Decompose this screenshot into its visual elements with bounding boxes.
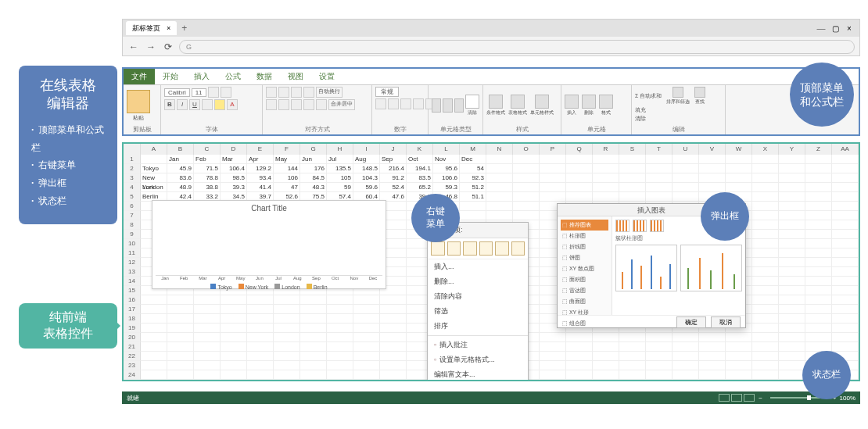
cell[interactable] <box>300 370 327 380</box>
column-header[interactable]: G <box>300 144 327 155</box>
increase-font-icon[interactable] <box>208 87 219 98</box>
cell[interactable] <box>194 361 221 370</box>
row-header[interactable]: 3 <box>124 173 141 183</box>
chart-subtype-icon[interactable] <box>633 220 647 232</box>
row-header[interactable]: 9 <box>124 230 141 239</box>
cell[interactable] <box>380 342 407 352</box>
cell[interactable] <box>673 380 699 381</box>
cell[interactable] <box>513 211 540 220</box>
cell[interactable] <box>540 173 566 183</box>
cell[interactable] <box>407 380 433 381</box>
cell[interactable] <box>699 183 726 192</box>
cell[interactable] <box>327 342 353 352</box>
context-menu-item[interactable]: 排序 <box>428 319 528 334</box>
cell[interactable] <box>274 352 300 361</box>
cell[interactable] <box>300 333 327 342</box>
cell[interactable] <box>832 173 859 183</box>
clear-button[interactable]: 清除 <box>635 115 646 123</box>
cell[interactable] <box>752 277 779 286</box>
cell[interactable] <box>540 183 566 192</box>
cell[interactable]: Nov <box>433 155 460 164</box>
cell[interactable] <box>619 173 646 183</box>
cell[interactable] <box>752 248 779 258</box>
cell[interactable] <box>141 333 167 342</box>
format-cells-button[interactable]: 格式 <box>599 95 613 116</box>
cell[interactable] <box>194 295 221 305</box>
cell[interactable] <box>752 305 779 314</box>
cell[interactable]: 148.5 <box>353 164 380 173</box>
cell[interactable]: 106.6 <box>433 173 460 183</box>
cell[interactable] <box>832 314 859 324</box>
cell[interactable] <box>832 211 859 220</box>
cell[interactable] <box>832 239 859 248</box>
cell[interactable] <box>752 314 779 324</box>
window-close-icon[interactable]: × <box>842 24 856 33</box>
cell[interactable] <box>646 183 673 192</box>
cell[interactable]: Feb <box>194 155 221 164</box>
row-header[interactable]: 7 <box>124 211 141 220</box>
cell[interactable] <box>141 155 167 164</box>
cell[interactable] <box>699 155 726 164</box>
cell[interactable] <box>353 305 380 314</box>
cell[interactable] <box>805 314 832 324</box>
cell[interactable] <box>327 295 353 305</box>
cell[interactable]: 93.4 <box>247 173 274 183</box>
column-headers[interactable]: ABCDEFGHIJKLMNOPQRSTUVWXYZAA <box>124 144 859 155</box>
cell[interactable] <box>673 183 699 192</box>
cell[interactable] <box>779 239 805 248</box>
cell[interactable] <box>832 192 859 202</box>
cell[interactable]: 98.5 <box>221 173 247 183</box>
cell[interactable] <box>779 352 805 361</box>
cell[interactable] <box>805 183 832 192</box>
cell[interactable] <box>460 380 486 381</box>
cell[interactable] <box>726 173 752 183</box>
row-header[interactable]: 2 <box>124 164 141 173</box>
spreadsheet[interactable]: ABCDEFGHIJKLMNOPQRSTUVWXYZAA 1JanFebMarA… <box>122 142 860 381</box>
row-header[interactable]: 6 <box>124 202 141 211</box>
cell[interactable] <box>327 361 353 370</box>
cell[interactable] <box>380 324 407 333</box>
cell[interactable] <box>699 342 726 352</box>
cell[interactable] <box>353 380 380 381</box>
cell[interactable] <box>247 370 274 380</box>
cell[interactable] <box>673 155 699 164</box>
decrease-font-icon[interactable] <box>221 87 231 98</box>
currency-icon[interactable] <box>375 98 386 109</box>
cell[interactable]: 176 <box>300 164 327 173</box>
view-pagebreak-icon[interactable] <box>744 394 755 402</box>
cell[interactable] <box>805 211 832 220</box>
cell[interactable]: 78.8 <box>194 173 221 183</box>
cell[interactable] <box>673 370 699 380</box>
column-header[interactable]: K <box>407 144 433 155</box>
paste-option-icon[interactable] <box>431 241 445 256</box>
cell[interactable] <box>513 183 540 192</box>
cell[interactable] <box>699 164 726 173</box>
ribbon-tab-公式[interactable]: 公式 <box>217 69 249 84</box>
cell[interactable] <box>327 324 353 333</box>
cell[interactable] <box>141 380 167 381</box>
cell[interactable] <box>646 164 673 173</box>
cell[interactable]: Apr <box>247 155 274 164</box>
paste-values-icon[interactable] <box>447 241 461 256</box>
cell[interactable] <box>779 164 805 173</box>
cell[interactable]: 129.2 <box>247 164 274 173</box>
cell[interactable] <box>300 352 327 361</box>
align-right-icon[interactable] <box>291 99 302 110</box>
cell[interactable]: 38.8 <box>194 183 221 192</box>
window-minimize-icon[interactable]: — <box>814 23 828 33</box>
cell[interactable] <box>300 380 327 381</box>
cell[interactable] <box>380 333 407 342</box>
cell[interactable] <box>752 295 779 305</box>
cell[interactable]: New York <box>141 173 167 183</box>
dialog-chart-type-item[interactable]: ⬚ XY 散点图 <box>561 263 608 274</box>
cell[interactable] <box>699 173 726 183</box>
cell[interactable] <box>779 314 805 324</box>
cell[interactable] <box>380 305 407 314</box>
cell[interactable] <box>327 314 353 324</box>
cell[interactable]: 194.1 <box>407 164 433 173</box>
cell[interactable] <box>274 295 300 305</box>
cell[interactable] <box>566 333 593 342</box>
cell[interactable] <box>752 342 779 352</box>
row-header[interactable]: 17 <box>124 305 141 314</box>
row-header[interactable]: 16 <box>124 295 141 305</box>
